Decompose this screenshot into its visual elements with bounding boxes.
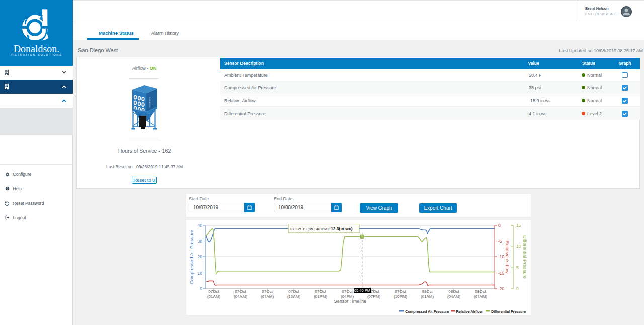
svg-text:(04AM): (04AM) [234, 294, 248, 299]
svg-text:-15: -15 [498, 271, 505, 276]
svg-text:Donaldson: Donaldson [148, 97, 151, 108]
svg-text:(01PM): (01PM) [314, 294, 328, 299]
svg-text:08Oct: 08Oct [448, 289, 459, 294]
svg-text:(10PM): (10PM) [394, 294, 408, 299]
svg-text:0: 0 [200, 286, 202, 291]
svg-text:(07AM): (07AM) [261, 294, 274, 299]
svg-text:07Oct: 07Oct [315, 289, 326, 294]
svg-text:07Oct: 07Oct [288, 289, 299, 294]
svg-text:Differential Pressure: Differential Pressure [522, 235, 528, 279]
svg-text:0: 0 [516, 286, 519, 291]
svg-text:07Oct: 07Oct [208, 289, 219, 294]
svg-text:Compressed Air Pressure: Compressed Air Pressure [189, 230, 194, 284]
svg-text:(07AM): (07AM) [474, 294, 488, 299]
svg-text:40: 40 [198, 223, 203, 228]
svg-text:Sensor Timeline: Sensor Timeline [334, 299, 367, 304]
svg-text:07Oct: 07Oct [262, 289, 273, 294]
svg-text:-5: -5 [498, 239, 502, 244]
svg-text:5: 5 [516, 265, 519, 270]
svg-text:05:40 PM: 05:40 PM [354, 288, 370, 293]
svg-text:(10AM): (10AM) [287, 294, 301, 299]
svg-text:Relative Airflow: Relative Airflow [505, 241, 510, 274]
svg-text:(04AM): (04AM) [447, 294, 461, 299]
svg-text:(07PM): (07PM) [367, 294, 381, 299]
svg-text:(01AM): (01AM) [421, 294, 434, 299]
svg-text:07 Oct 19 (05 : 40 PM): 12.3(i: 07 Oct 19 (05 : 40 PM): 12.3(in.wc) [290, 226, 353, 231]
svg-text:Relative Airflow: Relative Airflow [456, 309, 483, 314]
svg-text:10: 10 [198, 271, 203, 276]
svg-text:07Oct: 07Oct [395, 289, 406, 294]
svg-text:15: 15 [516, 223, 521, 228]
svg-text:08Oct: 08Oct [422, 289, 433, 294]
svg-text:0: 0 [498, 223, 501, 228]
svg-text:20: 20 [198, 254, 203, 259]
svg-text:(04PM): (04PM) [341, 294, 354, 299]
svg-text:10: 10 [516, 244, 521, 249]
svg-text:07Oct: 07Oct [235, 289, 246, 294]
svg-text:-20: -20 [498, 286, 505, 291]
svg-text:30: 30 [198, 239, 203, 244]
svg-text:-10: -10 [498, 254, 505, 259]
svg-text:(01AM): (01AM) [207, 294, 221, 299]
svg-text:Differential Pressure: Differential Pressure [491, 309, 526, 314]
svg-text:07Oct: 07Oct [342, 289, 353, 294]
svg-text:08Oct: 08Oct [475, 289, 486, 294]
svg-text:Compressed Air Pressure: Compressed Air Pressure [405, 309, 449, 314]
